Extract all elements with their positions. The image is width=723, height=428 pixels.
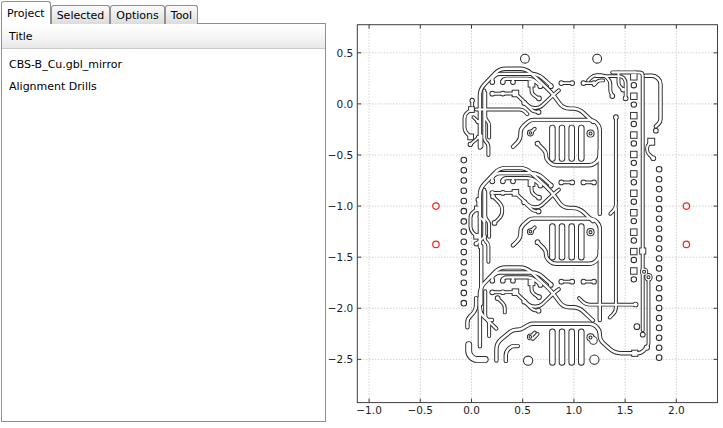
tab-options[interactable]: Options (110, 5, 164, 24)
y-tick-label: 0.5 (337, 47, 354, 59)
y-tick-label: −2.0 (328, 302, 354, 314)
x-tick-label: 1.5 (617, 404, 634, 416)
x-tick-label: 0.0 (463, 404, 480, 416)
y-tick-label: −2.5 (328, 353, 354, 365)
tab-bar: ProjectSelectedOptionsTool (1, 1, 198, 24)
flatcam-window: ProjectSelectedOptionsTool Title CBS-B_C… (0, 0, 723, 428)
x-tick-label: 2.0 (668, 404, 685, 416)
x-tick-label: 0.5 (514, 404, 531, 416)
plot-canvas[interactable]: −1.0−0.50.00.51.01.52.00.50.0−0.5−1.0−1.… (0, 0, 723, 428)
tab-project[interactable]: Project (1, 1, 51, 24)
y-tick-label: −1.0 (328, 200, 354, 212)
y-tick-label: −1.5 (328, 251, 354, 263)
pcb-copper-outline (465, 69, 661, 363)
y-tick-label: 0.0 (337, 98, 354, 110)
x-tick-label: −1.0 (356, 404, 382, 416)
y-tick-label: −0.5 (328, 149, 354, 161)
tab-selected[interactable]: Selected (51, 5, 111, 24)
x-tick-label: −0.5 (408, 404, 434, 416)
x-tick-label: 1.0 (566, 404, 583, 416)
tab-tool[interactable]: Tool (165, 5, 198, 24)
